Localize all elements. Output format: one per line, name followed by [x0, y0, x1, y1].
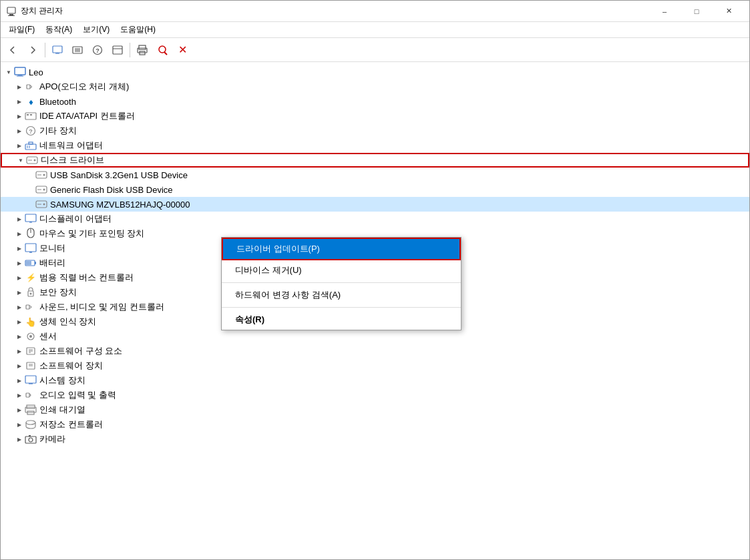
tree-item-disk-drive[interactable]: ▼ 디스크 드라이브 — [1, 153, 749, 168]
tree-item-other[interactable]: ▶ ? 기타 장치 — [1, 123, 749, 138]
close-button[interactable]: ✕ — [713, 1, 744, 22]
menu-help[interactable]: 도움말(H) — [115, 23, 161, 37]
ide-label: IDE ATA/ATAPI 컨트롤러 — [39, 110, 135, 122]
help-button[interactable]: ? — [88, 41, 107, 59]
minimize-button[interactable]: – — [649, 1, 680, 22]
tree-item-sw-device[interactable]: ▶ 소프트웨어 장치 — [1, 358, 749, 373]
net-icon — [25, 139, 37, 152]
list-button[interactable] — [68, 41, 87, 59]
tree-root[interactable]: ▼ Leo — [1, 65, 749, 79]
sys-icon — [25, 374, 37, 386]
battery-expand[interactable]: ▶ — [14, 258, 25, 268]
scan-button[interactable] — [153, 41, 172, 59]
swc-expand[interactable]: ▶ — [14, 346, 25, 356]
context-menu-properties[interactable]: 속성(R) — [222, 310, 461, 330]
sys-expand[interactable]: ▶ — [14, 375, 25, 386]
toolbar-sep-2 — [130, 43, 130, 57]
tree-item-camera[interactable]: ▶ 카메라 — [1, 432, 749, 447]
tree-item-samsung[interactable]: SAMSUNG MZVLB512HAJQ-00000 — [1, 197, 749, 212]
context-menu-sep-2 — [222, 307, 461, 308]
tree-item-apo[interactable]: ▶ APO(오디오 처리 개체) — [1, 79, 749, 94]
context-menu: 드라이버 업데이트(P) 디바이스 제거(U) 하드웨어 변경 사항 검색(A)… — [221, 237, 461, 330]
usb-label: 범용 직렬 버스 컨트롤러 — [39, 272, 134, 284]
net-expand[interactable]: ▶ — [14, 140, 25, 151]
device-manager-window: 장치 관리자 – □ ✕ 파일(F) 동작(A) 보기(V) 도움말(H) ? — [0, 0, 750, 560]
svg-rect-21 — [17, 76, 23, 77]
ide-expand[interactable]: ▶ — [14, 111, 25, 121]
sound-label: 사운드, 비디오 및 게임 컨트롤러 — [39, 301, 164, 313]
svg-rect-28 — [25, 144, 36, 150]
tree-item-sandisk[interactable]: USB SanDisk 3.2Gen1 USB Device — [1, 168, 749, 182]
print-button[interactable] — [133, 41, 152, 59]
samsung-label: SAMSUNG MZVLB512HAJQ-00000 — [50, 200, 190, 210]
toolbar: ? ✕ — [1, 38, 749, 62]
delete-button[interactable]: ✕ — [173, 41, 192, 59]
svg-point-36 — [43, 174, 45, 176]
svg-rect-19 — [15, 67, 25, 75]
tree-item-ide[interactable]: ▶ IDE ATA/ATAPI 컨트롤러 — [1, 109, 749, 123]
root-expand[interactable]: ▼ — [3, 67, 14, 77]
menu-view[interactable]: 보기(V) — [77, 23, 115, 37]
tree-item-audio-io[interactable]: ▶ 오디오 입력 및 출력 — [1, 388, 749, 402]
bt-icon: ⬧ — [25, 95, 37, 107]
sensor-expand[interactable]: ▶ — [14, 331, 25, 342]
context-menu-scan-hardware[interactable]: 하드웨어 변경 사항 검색(A) — [222, 285, 461, 305]
svg-point-73 — [26, 421, 35, 425]
svg-point-33 — [34, 160, 36, 162]
main-content: ▼ Leo ▶ APO(오디오 처리 개체) ▶ ⬧ — [1, 62, 749, 559]
bio-icon: 👆 — [25, 316, 37, 328]
title-bar: 장치 관리자 – □ ✕ — [1, 1, 749, 22]
svg-rect-23 — [25, 113, 36, 119]
swc-label: 소프트웨어 구성 요소 — [39, 345, 122, 357]
monitor-expand[interactable]: ▶ — [14, 243, 25, 254]
bio-expand[interactable]: ▶ — [14, 316, 25, 327]
svg-point-42 — [43, 204, 45, 206]
tree-item-bluetooth[interactable]: ▶ ⬧ Bluetooth — [1, 94, 749, 109]
view-button[interactable] — [108, 41, 127, 59]
mouse-icon — [25, 228, 37, 240]
disk-expand[interactable]: ▼ — [15, 155, 26, 166]
mouse-expand[interactable]: ▶ — [14, 228, 25, 239]
swd-expand[interactable]: ▶ — [14, 360, 25, 371]
forward-button[interactable] — [23, 41, 42, 59]
flash-icon — [35, 184, 47, 196]
tree-item-network[interactable]: ▶ 네트워크 어댑터 — [1, 138, 749, 153]
computer-button[interactable] — [48, 41, 67, 59]
tree-item-sw-component[interactable]: ▶ 소프트웨어 구성 요소 — [1, 344, 749, 358]
tree-item-flashdisk[interactable]: Generic Flash Disk USB Device — [1, 182, 749, 197]
other-icon: ? — [25, 125, 37, 137]
bt-expand[interactable]: ▶ — [14, 96, 25, 107]
ide-icon — [25, 110, 37, 122]
tree-item-system[interactable]: ▶ 시스템 장치 — [1, 373, 749, 388]
sound-expand[interactable]: ▶ — [14, 302, 25, 312]
apo-icon — [25, 81, 37, 93]
samsung-icon — [35, 198, 47, 210]
context-menu-update-driver[interactable]: 드라이버 업데이트(P) — [222, 238, 461, 260]
pr-expand[interactable]: ▶ — [14, 404, 25, 415]
aio-expand[interactable]: ▶ — [14, 390, 25, 400]
svg-text:?: ? — [29, 128, 33, 135]
disk-drive-icon — [26, 154, 38, 166]
maximize-button[interactable]: □ — [681, 1, 712, 22]
st-expand[interactable]: ▶ — [14, 419, 25, 430]
apo-expand[interactable]: ▶ — [14, 81, 25, 92]
back-button[interactable] — [3, 41, 22, 59]
menu-action[interactable]: 동작(A) — [40, 23, 77, 37]
sec-label: 보안 장치 — [39, 286, 77, 298]
svg-rect-69 — [26, 393, 29, 397]
display-expand[interactable]: ▶ — [14, 214, 25, 224]
tree-item-storage[interactable]: ▶ 저장소 컨트롤러 — [1, 417, 749, 432]
usb-expand[interactable]: ▶ — [14, 272, 25, 283]
sec-expand[interactable]: ▶ — [14, 287, 25, 298]
tree-item-printer[interactable]: ▶ 인쇄 대기열 — [1, 402, 749, 417]
tree-item-display[interactable]: ▶ 디스플레이 어댑터 — [1, 212, 749, 226]
other-expand[interactable]: ▶ — [14, 125, 25, 136]
context-menu-remove-device[interactable]: 디바이스 제거(U) — [222, 260, 461, 280]
menu-file[interactable]: 파일(F) — [3, 23, 40, 37]
battery-icon — [25, 257, 37, 269]
cam-expand[interactable]: ▶ — [14, 434, 25, 445]
svg-rect-1 — [9, 14, 13, 15]
svg-rect-2 — [8, 15, 15, 16]
sandisk-label: USB SanDisk 3.2Gen1 USB Device — [50, 170, 188, 180]
tree-item-sensor[interactable]: ▶ 센서 — [1, 329, 749, 344]
